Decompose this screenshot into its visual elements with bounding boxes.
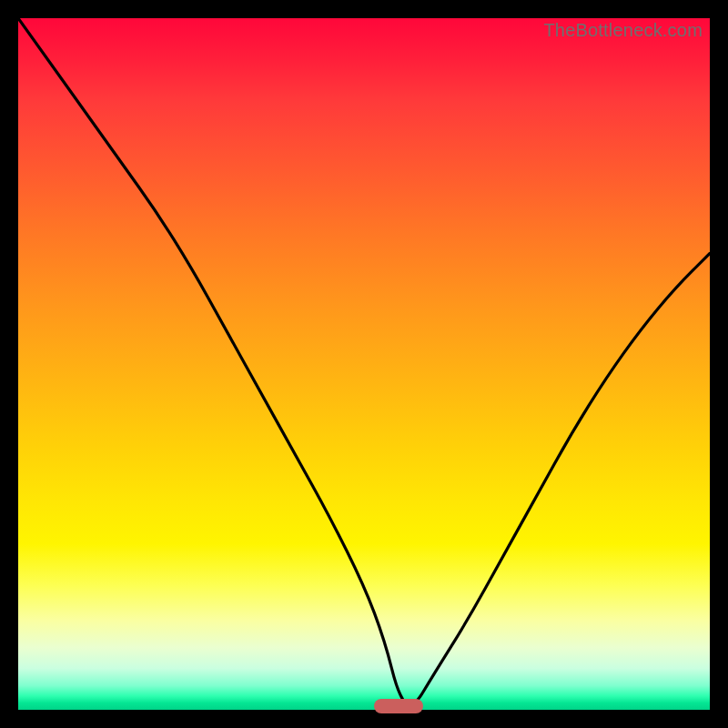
curve-path	[18, 18, 710, 705]
optimum-marker	[374, 699, 423, 713]
plot-area: TheBottleneck.com	[18, 18, 710, 710]
bottleneck-curve	[18, 18, 710, 710]
chart-frame: TheBottleneck.com	[0, 0, 728, 728]
